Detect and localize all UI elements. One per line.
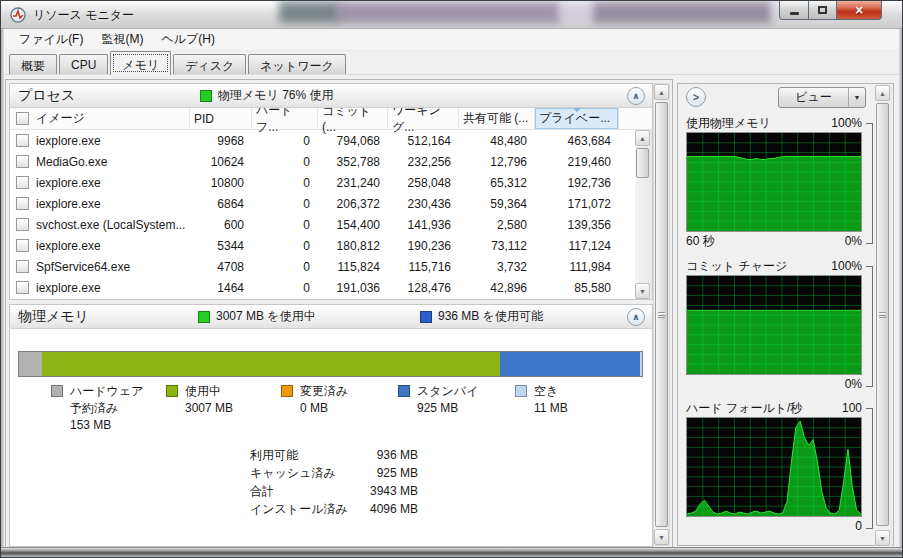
background-blur [336,1,561,23]
scroll-up-button[interactable]: ▲ [654,84,669,100]
tab-memory[interactable]: メモリ [110,51,171,75]
memory-bar [18,351,643,377]
collapse-button[interactable]: ∧ [627,308,645,326]
window-title: リソース モニター [33,7,134,24]
row-checkbox[interactable] [16,134,29,147]
view-button[interactable]: ビュー ▼ [778,87,866,108]
graph-canvas [686,132,862,232]
available-memory-label: 936 MB を使用可能 [438,308,543,325]
cell-value: 139,356 [535,218,619,232]
section-title: プロセス [18,87,75,105]
bar-segment [42,352,499,376]
scroll-up-button[interactable]: ▲ [635,130,650,146]
arrow-up-icon: ▲ [639,135,646,142]
column-header-private[interactable]: プライベー... [535,108,619,129]
tab-overview[interactable]: 概要 [9,54,57,75]
table-row[interactable]: iexplore.exe68640206,372230,43659,364171… [10,193,635,214]
column-header-commit[interactable]: コミット (... [318,108,388,129]
minimize-button[interactable] [779,1,809,20]
available-memory-legend: 936 MB を使用可能 [420,308,543,325]
titlebar[interactable]: リソース モニター × [1,1,903,29]
cell-value: 0 [252,155,318,169]
column-header-shareable[interactable]: 共有可能 (... [459,108,535,129]
cell-value: 3,732 [459,260,535,274]
table-row[interactable]: iexplore.exe14640191,036128,47642,89685,… [10,277,635,298]
column-header-hard-faults[interactable]: ハード フ... [252,108,318,129]
chevron-up-icon: ∧ [632,91,639,101]
cell-value: 117,124 [535,239,619,253]
scroll-thumb[interactable] [876,103,889,526]
row-checkbox[interactable] [16,260,29,273]
cell-value: 111,984 [535,260,619,274]
cell-value: 512,164 [388,134,459,148]
detail-value: 4096 MB [370,500,418,518]
graph-title: ハード フォールト/秒 [686,400,802,417]
tab-network[interactable]: ネットワーク [248,54,345,75]
table-row[interactable]: iexplore.exe53440180,812190,23673,112117… [10,235,635,256]
table-row[interactable]: iexplore.exe99680794,068512,16448,480463… [10,130,635,151]
cell-value: 191,036 [318,281,388,295]
row-checkbox[interactable] [16,218,29,231]
detail-row: 利用可能936 MB [250,446,418,464]
cell-value: 141,936 [388,218,459,232]
available-memory-chip-icon [420,311,432,323]
detail-row: キャッシュ済み925 MB [250,464,418,482]
legend-chip-icon [398,385,410,397]
graph-title: 使用物理メモリ [686,115,771,132]
menu-item-file[interactable]: ファイル(F) [10,29,92,50]
menu-item-monitor[interactable]: 監視(M) [92,29,152,50]
menu-item-help[interactable]: ヘルプ(H) [152,29,224,50]
select-all-checkbox[interactable] [16,112,29,125]
row-checkbox[interactable] [16,155,29,168]
table-row[interactable]: iexplore.exe108000231,240258,04865,31219… [10,172,635,193]
resource-monitor-window: リソース モニター × ファイル(F) 監視(M) ヘルプ(H) 概要 CPU … [0,0,903,558]
cell-value: 192,736 [535,176,619,190]
legend-value: 153 MB [70,417,155,434]
graph-title: コミット チャージ [686,258,787,275]
table-row[interactable]: SpfService64.exe47080115,824115,7163,732… [10,256,635,277]
view-dropdown-button[interactable]: ▼ [848,88,865,107]
cell-value: 115,824 [318,260,388,274]
legend-label: 空き [534,383,619,400]
cell-value: 6864 [190,197,252,211]
column-header-image[interactable]: イメージ [16,108,190,129]
detail-row: 合計3943 MB [250,482,418,500]
column-header-pid[interactable]: PID [190,108,252,129]
cell-value: 230,436 [388,197,459,211]
table-scrollbar[interactable]: ▲ ▼ [635,130,652,299]
right-pane-scrollbar[interactable]: ▲ ▼ [875,85,892,546]
close-button[interactable]: × [837,1,882,20]
row-checkbox[interactable] [16,239,29,252]
collapse-button[interactable]: ∧ [627,87,645,105]
expand-panel-button[interactable]: > [686,87,706,107]
cell-image-name: iexplore.exe [16,134,190,148]
maximize-button[interactable] [809,1,837,20]
scroll-up-button[interactable]: ▲ [875,85,890,101]
row-checkbox[interactable] [16,197,29,210]
section-title: 物理メモリ [18,308,89,326]
table-row[interactable]: MediaGo.exe106240352,788232,25612,796219… [10,151,635,172]
thumb-grip-icon [879,312,886,318]
scroll-thumb[interactable] [655,102,668,527]
row-checkbox[interactable] [16,176,29,189]
scroll-down-button[interactable]: ▼ [875,530,890,546]
graph-canvas [686,275,862,375]
table-row[interactable]: svchost.exe (LocalSystem...6000154,40014… [10,214,635,235]
tab-disk[interactable]: ディスク [173,54,246,75]
column-header-working-set[interactable]: ワーキング... [388,108,459,129]
detail-row: インストール済み4096 MB [250,500,418,518]
scroll-down-button[interactable]: ▼ [654,529,669,545]
legend-item: 変更済み0 MB [281,383,385,417]
cell-value: 10800 [190,176,252,190]
chevron-up-icon: ∧ [632,312,639,322]
legend-chip-icon [515,385,527,397]
row-checkbox[interactable] [16,281,29,294]
cell-value: 794,068 [318,134,388,148]
memory-section-body: ハードウェア予約済み153 MB使用中3007 MB変更済み0 MBスタンバイ9… [10,329,652,546]
graph-x-label: 60 秒 [686,233,715,250]
left-pane-scrollbar[interactable]: ▲ ▼ [653,83,670,546]
scroll-thumb[interactable] [636,148,649,178]
arrow-up-icon: ▲ [879,90,886,97]
tab-cpu[interactable]: CPU [59,54,108,75]
scroll-down-button[interactable]: ▼ [635,283,650,299]
